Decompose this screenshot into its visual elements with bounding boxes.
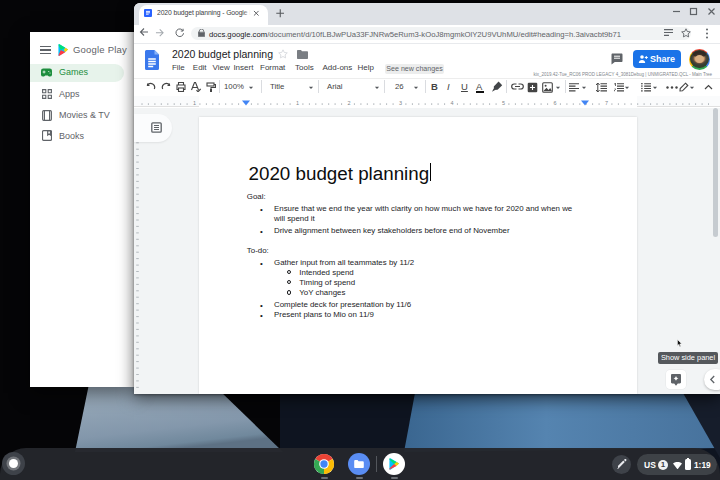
svg-text:2: 2 — [347, 100, 350, 106]
svg-text:7: 7 — [605, 100, 608, 106]
svg-text:1: 1 — [193, 100, 196, 106]
svg-text:6: 6 — [553, 100, 556, 106]
svg-text:3: 3 — [399, 100, 402, 106]
svg-text:4: 4 — [450, 100, 453, 106]
svg-text:5: 5 — [502, 100, 505, 106]
svg-text:1: 1 — [296, 100, 299, 106]
